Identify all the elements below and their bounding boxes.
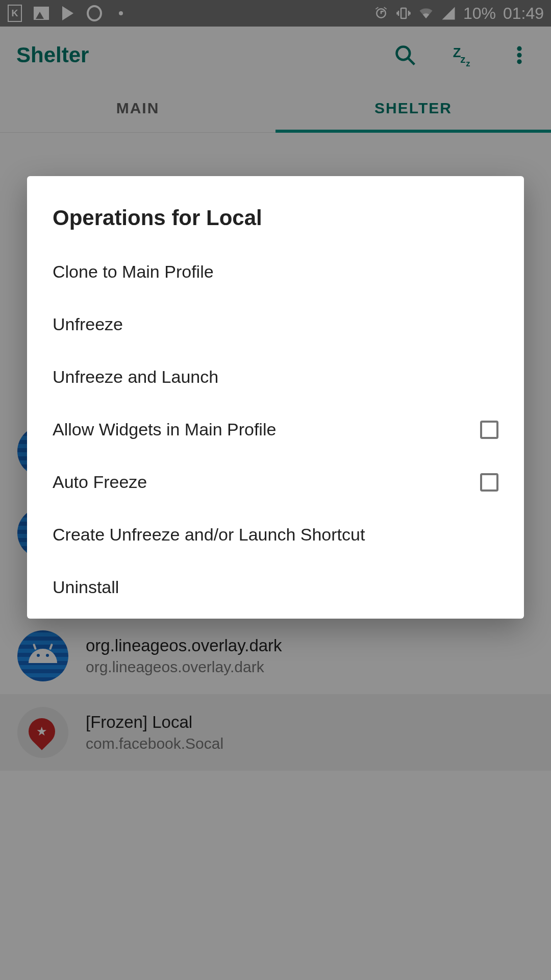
dialog-item-label: Unfreeze <box>53 314 123 334</box>
dialog-item-create-shortcut[interactable]: Create Unfreeze and/or Launch Shortcut <box>27 508 524 561</box>
operations-dialog: Operations for Local Clone to Main Profi… <box>27 176 524 619</box>
checkbox-allow-widgets[interactable] <box>480 421 498 439</box>
dialog-item-label: Allow Widgets in Main Profile <box>53 420 276 439</box>
dialog-item-unfreeze-launch[interactable]: Unfreeze and Launch <box>27 351 524 403</box>
dialog-item-label: Create Unfreeze and/or Launch Shortcut <box>53 525 365 545</box>
dialog-item-clone[interactable]: Clone to Main Profile <box>27 246 524 298</box>
checkbox-auto-freeze[interactable] <box>480 473 498 492</box>
dialog-item-label: Unfreeze and Launch <box>53 367 218 387</box>
dialog-item-label: Uninstall <box>53 577 119 597</box>
dialog-item-label: Clone to Main Profile <box>53 262 214 282</box>
dialog-item-label: Auto Freeze <box>53 472 147 492</box>
dialog-title: Operations for Local <box>27 197 524 246</box>
dialog-item-unfreeze[interactable]: Unfreeze <box>27 298 524 351</box>
dialog-item-uninstall[interactable]: Uninstall <box>27 561 524 614</box>
dialog-item-auto-freeze[interactable]: Auto Freeze <box>27 456 524 508</box>
dialog-item-allow-widgets[interactable]: Allow Widgets in Main Profile <box>27 403 524 456</box>
